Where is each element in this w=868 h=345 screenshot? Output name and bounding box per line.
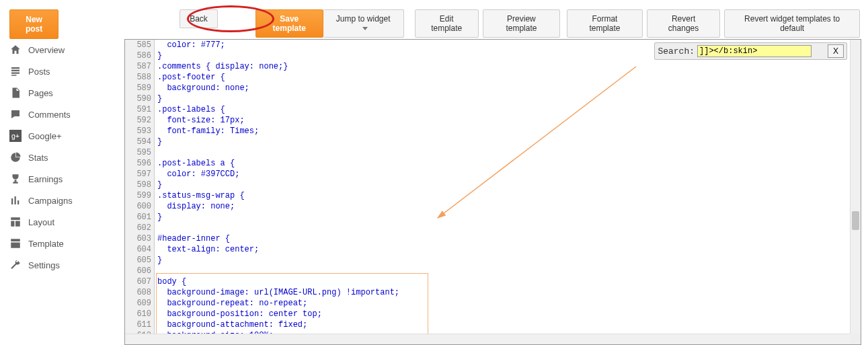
scroll-corner	[850, 334, 861, 344]
jump-to-widget-label: Jump to widget	[336, 14, 391, 24]
sidebar-item-template[interactable]: Template	[0, 233, 114, 254]
search-bar: Search: X	[654, 42, 847, 60]
chevron-down-icon	[362, 27, 368, 30]
sidebar-item-settings[interactable]: Settings	[0, 254, 114, 276]
revert-changes-button[interactable]: Revert changes	[647, 9, 721, 38]
edit-template-button[interactable]: Edit template	[415, 9, 479, 38]
sidebar-item-posts[interactable]: Posts	[0, 61, 114, 82]
preview-template-button[interactable]: Preview template	[483, 9, 560, 38]
sidebar-item-layout[interactable]: Layout	[0, 211, 114, 233]
search-label: Search:	[658, 46, 695, 56]
house-icon	[9, 44, 22, 56]
save-template-button[interactable]: Save template	[255, 9, 323, 38]
sidebar-item-label: Earnings	[28, 174, 63, 184]
code-editor[interactable]: Search: X 585586587588589590591592593594…	[124, 39, 861, 345]
editor-toolbar-left: Back Save template Jump to widget Edit t…	[180, 9, 560, 38]
horizontal-scrollbar[interactable]	[125, 334, 850, 344]
revert-widgets-button[interactable]: Revert widget templates to default	[724, 9, 860, 38]
sidebar-item-overview[interactable]: Overview	[0, 39, 114, 61]
sidebar-item-comments[interactable]: Comments	[0, 104, 114, 125]
sidebar-item-googleplus[interactable]: g+ Google+	[0, 125, 114, 147]
editor-toolbar-right: Format template Revert changes Revert wi…	[567, 9, 860, 38]
jump-to-widget-dropdown[interactable]: Jump to widget	[323, 9, 404, 38]
sidebar-item-pages[interactable]: Pages	[0, 82, 114, 104]
sidebar: Overview Posts Pages Comments g+ Google+…	[0, 35, 114, 280]
campaigns-icon	[9, 194, 22, 206]
wrench-icon	[9, 259, 22, 271]
comments-icon	[9, 108, 22, 120]
sidebar-item-label: Campaigns	[28, 196, 73, 206]
posts-icon	[9, 65, 22, 77]
sidebar-item-label: Overview	[28, 45, 65, 55]
search-close-button[interactable]: X	[828, 44, 844, 58]
vertical-scrollbar[interactable]	[850, 40, 861, 334]
sidebar-item-label: Posts	[28, 67, 50, 77]
stats-icon	[9, 151, 22, 163]
sidebar-item-earnings[interactable]: Earnings	[0, 168, 114, 190]
line-number-gutter: 5855865875885895905915925935945955965975…	[125, 40, 155, 344]
sidebar-item-label: Google+	[28, 131, 62, 141]
trophy-icon	[9, 173, 22, 185]
code-area[interactable]: color: #777;}.comments { display: none;}…	[155, 40, 861, 344]
sidebar-item-campaigns[interactable]: Campaigns	[0, 190, 114, 211]
search-input[interactable]	[697, 45, 812, 57]
svg-text:g+: g+	[11, 132, 19, 140]
sidebar-item-label: Comments	[28, 110, 71, 120]
format-template-button[interactable]: Format template	[567, 9, 643, 38]
back-button[interactable]: Back	[180, 9, 218, 28]
scrollbar-thumb[interactable]	[852, 211, 859, 230]
sidebar-item-stats[interactable]: Stats	[0, 147, 114, 168]
sidebar-item-label: Settings	[28, 260, 60, 270]
template-icon	[9, 237, 22, 250]
sidebar-item-label: Pages	[28, 88, 53, 98]
top-toolbar: New post Back Save template Jump to widg…	[0, 0, 868, 35]
sidebar-item-label: Layout	[28, 217, 54, 227]
pages-icon	[9, 87, 22, 99]
layout-icon	[9, 216, 22, 228]
sidebar-item-label: Stats	[28, 153, 48, 163]
google-plus-icon: g+	[9, 130, 22, 142]
sidebar-item-label: Template	[28, 239, 64, 249]
